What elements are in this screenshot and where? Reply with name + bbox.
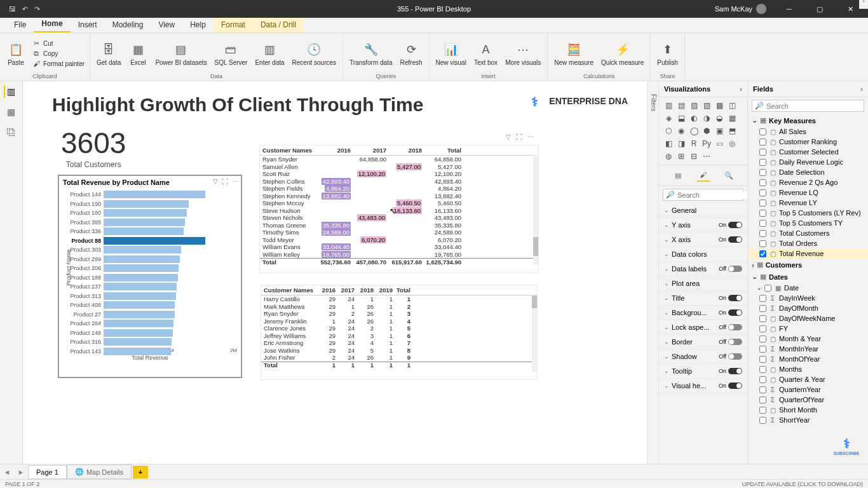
sql-server-button[interactable]: 🗃SQL Server: [212, 39, 250, 67]
viz-type-icon[interactable]: Py: [701, 138, 712, 149]
page-tab-2[interactable]: 🌐Map Details: [67, 464, 132, 479]
viz-type-icon[interactable]: ⬢: [701, 125, 712, 137]
bar-row[interactable]: Product 284: [104, 319, 237, 328]
viz-type-icon[interactable]: ⬓: [675, 112, 687, 124]
table-row[interactable]: John Fisher2242619: [261, 354, 537, 362]
format-painter-button[interactable]: 🖌Format painter: [31, 58, 86, 69]
more-icon[interactable]: ⋯: [527, 133, 534, 140]
new-measure-button[interactable]: 🧮New measure: [552, 39, 596, 67]
field-checkbox[interactable]: [759, 159, 766, 166]
report-canvas[interactable]: Highlight Growth Of Client Through Time …: [23, 81, 647, 464]
field-checkbox[interactable]: [759, 386, 766, 393]
field-checkbox[interactable]: [759, 336, 766, 342]
field-item[interactable]: ▢Daily Revenue Logic: [748, 157, 868, 167]
field-checkbox[interactable]: [759, 417, 766, 424]
field-checkbox[interactable]: [759, 200, 766, 207]
field-checkbox[interactable]: [759, 210, 766, 217]
matrix-scrollbar[interactable]: [533, 154, 538, 265]
field-checkbox[interactable]: [759, 240, 766, 247]
toggle[interactable]: On: [719, 383, 742, 389]
tab-datadrill[interactable]: Data / Drill: [253, 18, 304, 32]
viz-type-icon[interactable]: ⬒: [726, 125, 738, 137]
publish-button[interactable]: ⬆Publish: [654, 39, 681, 67]
cut-button[interactable]: ✂Cut: [31, 38, 86, 48]
bar-row[interactable]: Product 143: [104, 347, 237, 356]
viz-type-icon[interactable]: ◫: [726, 100, 738, 111]
toggle[interactable]: Off: [719, 353, 742, 360]
field-item[interactable]: ▢Date Selection: [748, 167, 868, 177]
table-row[interactable]: Stephen Mccoy5,460.505,460.50: [260, 200, 538, 207]
field-checkbox[interactable]: [759, 325, 766, 332]
field-item[interactable]: ΣDayOfMonth: [748, 303, 868, 313]
bar-row[interactable]: Product 316: [104, 337, 237, 346]
format-search[interactable]: 🔎: [663, 189, 743, 201]
field-item[interactable]: ▢Revenue LQ: [748, 187, 868, 198]
format-search-input[interactable]: [677, 191, 747, 199]
table-row[interactable]: Steve Hudson16,133.6016,133.60: [260, 207, 538, 215]
table-row[interactable]: Scott Ruiz12,100.2012,100.20: [260, 170, 538, 178]
viz-type-icon[interactable]: ⬡: [663, 125, 674, 137]
matrix-revenue[interactable]: Customer Names201620172018Total Ryan Sny…: [259, 145, 539, 273]
field-checkbox[interactable]: [759, 295, 766, 302]
viz-type-icon[interactable]: ▭: [714, 138, 725, 149]
viz-type-icon[interactable]: ▤: [675, 100, 687, 111]
minimize-button[interactable]: ─: [775, 0, 803, 18]
bar-row[interactable]: Product 144: [104, 190, 237, 199]
table-row[interactable]: Harry Castillo2924111: [261, 295, 537, 303]
pbi-datasets-button[interactable]: ▤Power BI datasets: [153, 39, 209, 67]
field-item[interactable]: ▢Revenue LY: [748, 198, 868, 208]
table-row[interactable]: Clarence Jones2924215: [261, 325, 537, 332]
copy-button[interactable]: ⧉Copy: [31, 48, 86, 58]
bar-row[interactable]: Product 303: [104, 245, 237, 254]
analytics-tab[interactable]: 🔍: [722, 169, 735, 182]
table-row[interactable]: Jose Watkins2924518: [261, 347, 537, 355]
field-checkbox[interactable]: [759, 376, 766, 383]
page-tab-1[interactable]: Page 1: [28, 465, 67, 479]
field-item[interactable]: ▢DayOfWeekName: [748, 313, 868, 323]
tab-help[interactable]: Help: [182, 18, 214, 32]
format-prop-yaxis[interactable]: ⌄Y axisOn: [659, 218, 747, 233]
format-prop-tooltip[interactable]: ⌄TooltipOn: [659, 364, 747, 379]
format-prop-datacolors[interactable]: ⌄Data colors: [659, 247, 747, 262]
field-item[interactable]: ▢FY: [748, 323, 868, 334]
viz-pane-collapse[interactable]: ›: [740, 85, 742, 93]
table-row[interactable]: Stephen Collins42,893.4042,893.40: [260, 178, 538, 186]
viz-type-icon[interactable]: ◒: [714, 112, 725, 124]
toggle[interactable]: On: [719, 368, 742, 374]
field-item[interactable]: ▢Short Month: [748, 405, 868, 415]
fields-well-tab[interactable]: ▤: [672, 169, 684, 182]
chart-more-icon[interactable]: ⋯: [232, 178, 238, 185]
table-row[interactable]: Timothy Sims24,589.0024,589.00: [260, 229, 538, 236]
quick-measure-button[interactable]: ⚡Quick measure: [599, 39, 646, 67]
text-box-button[interactable]: AText box: [471, 39, 500, 67]
table-row[interactable]: Stephen Kennedy13,882.4013,882.40: [260, 193, 538, 200]
tab-format[interactable]: Format: [214, 18, 253, 32]
table-row[interactable]: Jeremy Franklin1242614: [261, 318, 537, 325]
filter-icon[interactable]: ▽: [506, 133, 511, 140]
field-item[interactable]: ΣQuarterOfYear: [748, 395, 868, 405]
viz-type-icon[interactable]: ◯: [688, 125, 700, 137]
table-row[interactable]: Eric Armstrong2924417: [261, 339, 537, 347]
focus-icon[interactable]: ⛶: [516, 133, 522, 140]
field-table-dates[interactable]: ⌄▦Dates: [748, 271, 868, 283]
field-checkbox[interactable]: [759, 346, 766, 353]
field-table-customers[interactable]: ›▦Customers: [748, 259, 868, 271]
format-prop-title[interactable]: ⌄TitleOn: [659, 291, 747, 306]
toggle[interactable]: On: [719, 236, 742, 243]
undo-icon[interactable]: ↶: [22, 5, 28, 13]
field-item[interactable]: ΣMonthOfYear: [748, 354, 868, 364]
viz-type-icon[interactable]: ⊞: [675, 151, 687, 162]
field-item[interactable]: ΣQuarternYear: [748, 384, 868, 395]
bar-row[interactable]: Product 206: [104, 264, 237, 273]
redo-icon[interactable]: ↷: [34, 5, 40, 13]
viz-type-icon[interactable]: ◉: [675, 125, 687, 137]
field-item[interactable]: ΣDayInWeek: [748, 293, 868, 303]
viz-type-icon[interactable]: ◎: [726, 138, 738, 149]
save-icon[interactable]: 🖫: [9, 5, 16, 13]
viz-type-icon[interactable]: ◨: [675, 138, 687, 149]
field-checkbox[interactable]: [759, 179, 766, 186]
page-prev[interactable]: ◄: [0, 468, 14, 476]
field-checkbox[interactable]: [759, 220, 766, 227]
paste-button[interactable]: 📋Paste: [4, 39, 28, 67]
table-row[interactable]: Todd Meyer6,070.206,070.20: [260, 236, 538, 244]
